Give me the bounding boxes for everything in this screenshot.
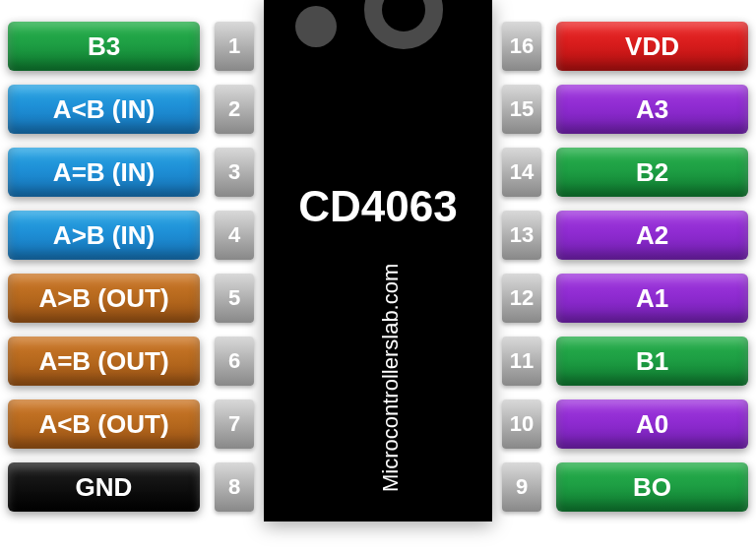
pin-label-11: B1 bbox=[556, 337, 748, 386]
pin-number-2: 2 bbox=[215, 85, 254, 134]
pin-label-9: BO bbox=[556, 462, 748, 512]
chip-pin1-dot bbox=[295, 6, 337, 47]
pin-number-7: 7 bbox=[215, 399, 254, 449]
pinout-diagram: CD4063 Microcontrollerslab.com B3 1 A<B … bbox=[0, 0, 756, 552]
pin-number-9: 9 bbox=[502, 462, 541, 512]
pin-number-8: 8 bbox=[215, 462, 254, 512]
pin-label-10: A0 bbox=[556, 399, 748, 449]
pin-label-1: B3 bbox=[8, 22, 200, 71]
pin-label-4: A>B (IN) bbox=[8, 211, 200, 260]
pin-label-15: A3 bbox=[556, 85, 748, 134]
pin-label-12: A1 bbox=[556, 274, 748, 323]
pin-label-16: VDD bbox=[556, 22, 748, 71]
pin-number-10: 10 bbox=[502, 399, 541, 449]
pin-number-13: 13 bbox=[502, 211, 541, 260]
pin-label-7: A<B (OUT) bbox=[8, 399, 200, 449]
pin-number-4: 4 bbox=[215, 211, 254, 260]
pin-number-12: 12 bbox=[502, 274, 541, 323]
pin-label-3: A=B (IN) bbox=[8, 148, 200, 197]
pin-number-15: 15 bbox=[502, 85, 541, 134]
pin-number-1: 1 bbox=[215, 22, 254, 71]
pin-label-5: A>B (OUT) bbox=[8, 274, 200, 323]
pin-label-6: A=B (OUT) bbox=[8, 337, 200, 386]
pin-label-14: B2 bbox=[556, 148, 748, 197]
chip-part-number: CD4063 bbox=[264, 182, 492, 231]
pin-number-11: 11 bbox=[502, 337, 541, 386]
pin-number-16: 16 bbox=[502, 22, 541, 71]
pin-label-13: A2 bbox=[556, 211, 748, 260]
pin-label-2: A<B (IN) bbox=[8, 85, 200, 134]
pin-number-6: 6 bbox=[215, 337, 254, 386]
pin-number-14: 14 bbox=[502, 148, 541, 197]
pin-number-5: 5 bbox=[215, 274, 254, 323]
watermark-text: Microcontrollerslab.com bbox=[378, 264, 404, 492]
pin-label-8: GND bbox=[8, 462, 200, 512]
pin-number-3: 3 bbox=[215, 148, 254, 197]
